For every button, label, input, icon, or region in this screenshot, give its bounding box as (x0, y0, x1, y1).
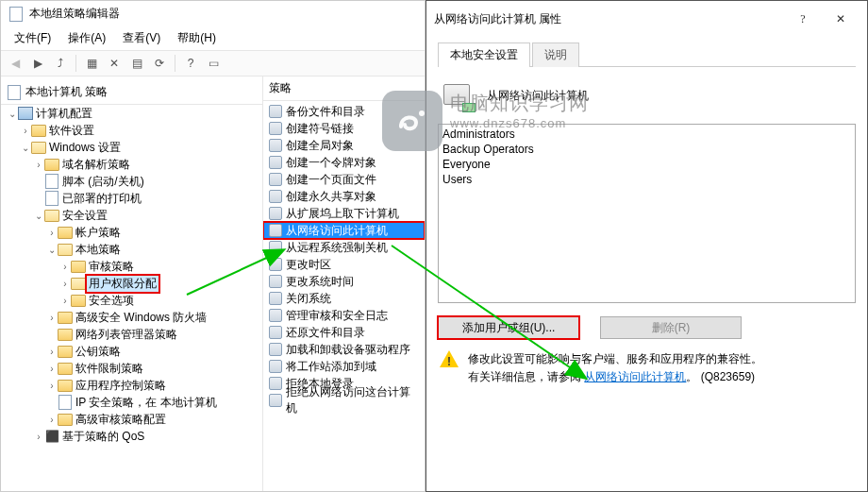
tree-public-key[interactable]: 公钥策略 (73, 343, 124, 361)
policy-item[interactable]: 将工作站添加到域 (263, 358, 425, 375)
expand-icon[interactable]: › (46, 364, 58, 374)
policy-list-pane[interactable]: 策略 备份文件和目录创建符号链接创建全局对象创建一个令牌对象创建一个页面文件创建… (263, 76, 425, 491)
menu-action[interactable]: 操作(A) (60, 28, 113, 48)
expand-icon[interactable]: ⌄ (33, 211, 44, 221)
tree-software-settings[interactable]: 软件设置 (46, 122, 97, 140)
up-button[interactable]: ⤴ (50, 53, 71, 74)
expand-icon[interactable]: ⌄ (7, 109, 18, 119)
toolbar-separator (75, 55, 76, 72)
member-item[interactable]: Backup Operators (442, 142, 851, 157)
tree-security[interactable]: 安全设置 (59, 207, 110, 225)
gpedit-window: 本地组策略编辑器 文件(F) 操作(A) 查看(V) 帮助(H) ◀ ▶ ⤴ ▦… (0, 0, 426, 492)
tree-local-policies[interactable]: 本地策略 (73, 241, 124, 259)
policy-icon (269, 105, 282, 118)
policy-icon (269, 292, 282, 305)
policy-item[interactable]: 拒绝从网络访问这台计算机 (263, 392, 425, 409)
tree-pane[interactable]: 本地计算机 策略 ⌄计算机配置 ›软件设置 ⌄Windows 设置 ›域名解析策… (1, 76, 263, 491)
policy-item[interactable]: 创建永久共享对象 (263, 188, 425, 205)
tree-audit-policy[interactable]: 审核策略 (86, 258, 137, 276)
policy-icon (7, 85, 22, 100)
show-hide-button[interactable]: ▦ (81, 53, 102, 74)
refresh-button[interactable]: ⟳ (149, 53, 170, 74)
expand-icon[interactable]: › (59, 262, 71, 272)
policy-item[interactable]: 管理审核和安全日志 (263, 307, 425, 324)
expand-icon[interactable]: › (46, 381, 58, 391)
delete-button[interactable]: ✕ (104, 53, 125, 74)
tree-adv-audit[interactable]: 高级审核策略配置 (73, 411, 169, 429)
expand-icon[interactable]: › (46, 347, 58, 357)
menu-bar[interactable]: 文件(F) 操作(A) 查看(V) 帮助(H) (1, 26, 425, 50)
list-header[interactable]: 策略 (263, 76, 425, 101)
tree-scripts[interactable]: 脚本 (启动/关机) (59, 173, 147, 191)
expand-icon[interactable]: › (33, 432, 44, 442)
tree-windows-settings[interactable]: Windows 设置 (46, 139, 124, 157)
tree-account-policies[interactable]: 帐户策略 (73, 224, 124, 242)
policy-icon (269, 173, 282, 186)
expand-icon[interactable]: › (20, 126, 31, 136)
policy-item[interactable]: 还原文件和目录 (263, 324, 425, 341)
warning-line2a: 有关详细信息，请参阅 (468, 370, 581, 383)
menu-help[interactable]: 帮助(H) (170, 28, 224, 48)
policy-item[interactable]: 加载和卸载设备驱动程序 (263, 341, 425, 358)
policy-item[interactable]: 更改时区 (263, 256, 425, 273)
tree-root-label: 本地计算机 策略 (25, 84, 108, 100)
tree-root[interactable]: 本地计算机 策略 (1, 80, 262, 105)
expand-icon[interactable]: › (33, 160, 44, 170)
tree-advanced-fw[interactable]: 高级安全 Windows 防火墙 (73, 309, 209, 327)
policy-item[interactable]: 创建一个令牌对象 (263, 154, 425, 171)
folder-icon (58, 310, 73, 325)
expand-icon[interactable]: › (46, 228, 58, 238)
tab-explain[interactable]: 说明 (532, 42, 579, 67)
policy-item[interactable]: 关闭系统 (263, 290, 425, 307)
policy-label: 创建一个令牌对象 (286, 155, 376, 171)
tree-computer-config[interactable]: 计算机配置 (33, 105, 95, 123)
tree-printers[interactable]: 已部署的打印机 (59, 190, 144, 208)
policy-item[interactable]: 创建符号链接 (263, 120, 425, 137)
dialog-heading: 从网络访问此计算机 (487, 88, 589, 104)
close-button[interactable]: ✕ (822, 7, 860, 31)
policy-icon (269, 309, 282, 322)
policy-item[interactable]: 从扩展坞上取下计算机 (263, 205, 425, 222)
menu-view[interactable]: 查看(V) (115, 28, 168, 48)
add-user-button[interactable]: 添加用户或组(U)... (438, 316, 579, 339)
member-item[interactable]: Administrators (442, 127, 851, 142)
policy-item[interactable]: 从远程系统强制关机 (263, 239, 425, 256)
tree-name-res[interactable]: 域名解析策略 (59, 156, 133, 174)
members-listbox[interactable]: AdministratorsBackup OperatorsEveryoneUs… (438, 124, 856, 303)
tree-user-rights[interactable]: 用户权限分配 (86, 275, 159, 293)
policy-item[interactable]: 备份文件和目录 (263, 103, 425, 120)
remove-button: 删除(R) (600, 316, 742, 339)
expand-icon[interactable]: ⌄ (20, 143, 31, 153)
folder-icon (58, 225, 73, 240)
dialog-titlebar[interactable]: 从网络访问此计算机 属性 ? ✕ (426, 1, 867, 37)
expand-icon[interactable]: › (59, 296, 71, 306)
help-button[interactable]: ? (784, 7, 822, 31)
printer-icon (44, 191, 59, 206)
warning-link[interactable]: 从网络访问此计算机 (584, 370, 686, 383)
tree-app-control[interactable]: 应用程序控制策略 (73, 377, 169, 395)
filter-button[interactable]: ▭ (203, 53, 224, 74)
policy-icon (269, 360, 282, 373)
menu-file[interactable]: 文件(F) (7, 28, 58, 48)
policy-item[interactable]: 创建全局对象 (263, 137, 425, 154)
expand-icon[interactable]: ⌄ (46, 245, 58, 255)
policy-item[interactable]: 更改系统时间 (263, 273, 425, 290)
member-item[interactable]: Users (442, 172, 851, 187)
expand-icon[interactable]: › (46, 313, 58, 323)
forward-button[interactable]: ▶ (27, 53, 48, 74)
tree-qos[interactable]: 基于策略的 QoS (59, 428, 147, 446)
tree-ipsec[interactable]: IP 安全策略，在 本地计算机 (73, 394, 220, 412)
tree-nlm[interactable]: 网络列表管理器策略 (73, 326, 180, 344)
properties-button[interactable]: ▤ (126, 53, 147, 74)
policy-item[interactable]: 创建一个页面文件 (263, 171, 425, 188)
policy-item[interactable]: 从网络访问此计算机 (263, 222, 425, 239)
tab-local-security[interactable]: 本地安全设置 (438, 42, 530, 67)
tree-security-options[interactable]: 安全选项 (86, 292, 137, 310)
expand-icon[interactable]: › (46, 415, 58, 425)
tree-soft-restrict[interactable]: 软件限制策略 (73, 360, 146, 378)
warning-text: 修改此设置可能影响与客户端、服务和应用程序的兼容性。 有关详细信息，请参阅 从网… (468, 350, 762, 386)
expand-icon[interactable]: › (59, 279, 71, 289)
help-button[interactable]: ? (180, 53, 201, 74)
member-item[interactable]: Everyone (442, 157, 851, 172)
warning-line2b: 。 (Q823659) (686, 370, 755, 383)
